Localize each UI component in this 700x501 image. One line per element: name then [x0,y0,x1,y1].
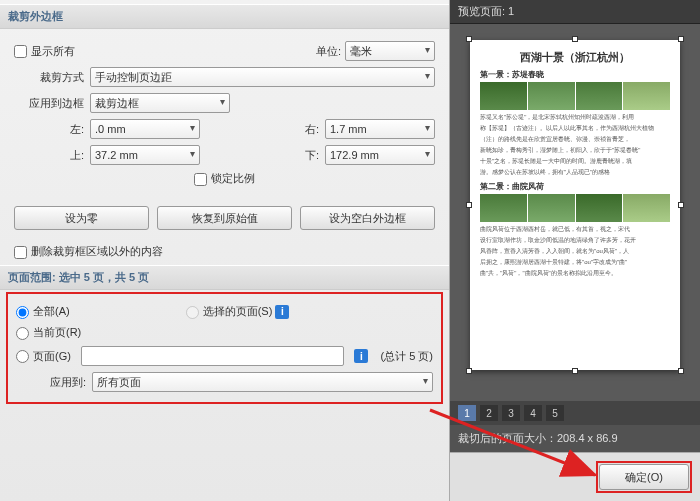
delete-outside-check[interactable]: 删除裁剪框区域以外的内容 [14,245,163,257]
preview-area: 西湖十景（浙江杭州） 第一景：苏堤春晓 苏堤又名"苏公堤"，是北宋苏轼杭州知州时… [450,24,700,401]
left-label: 左: [14,122,84,137]
radio-selected: 选择的页面(S) i [186,304,290,319]
bottom-label: 下: [279,148,319,163]
show-all-check[interactable]: 显示所有 [14,44,75,59]
show-all-label: 显示所有 [31,45,75,57]
lock-ratio-label: 锁定比例 [211,172,255,184]
apply-to-label: 应用到: [16,375,86,390]
crop-method-label: 裁剪方式 [14,70,84,85]
top-input[interactable] [90,145,200,165]
radio-current[interactable]: 当前页(R) [16,325,81,340]
info-icon: i [275,305,289,319]
page-range-highlight: 全部(A) 选择的页面(S) i 当前页(R) 页面(G) i (总计 5 页)… [6,292,443,404]
set-zero-button[interactable]: 设为零 [14,206,149,230]
radio-all[interactable]: 全部(A) [16,304,70,319]
right-input[interactable] [325,119,435,139]
lock-ratio-check[interactable]: 锁定比例 [194,171,255,186]
footer: 确定(O) [450,452,700,501]
ok-button[interactable]: 确定(O) [599,464,689,490]
top-label: 上: [14,148,84,163]
pages-input[interactable] [81,346,345,366]
doc-sec1: 第一景：苏堤春晓 [480,69,670,80]
delete-outside-label: 删除裁剪框区域以外的内容 [31,245,163,257]
preview-header: 预览页面: 1 [450,0,700,24]
crop-method-select[interactable]: 手动控制页边距 [90,67,435,87]
pages-total: (总计 5 页) [380,349,433,364]
bottom-input[interactable] [325,145,435,165]
unit-select[interactable]: 毫米 [345,41,435,61]
page-4[interactable]: 4 [524,405,542,421]
right-label: 右: [279,122,319,137]
doc-sec2: 第二景：曲院风荷 [480,181,670,192]
radio-pages[interactable]: 页面(G) [16,349,71,364]
info-icon-2: i [354,349,368,363]
page-2[interactable]: 2 [480,405,498,421]
page-range-header: 页面范围: 选中 5 页，共 5 页 [0,265,449,290]
doc-title: 西湖十景（浙江杭州） [480,50,670,65]
page-preview[interactable]: 西湖十景（浙江杭州） 第一景：苏堤春晓 苏堤又名"苏公堤"，是北宋苏轼杭州知州时… [470,40,680,370]
left-input[interactable] [90,119,200,139]
crop-frame-header: 裁剪外边框 [0,4,449,29]
apply-border-select[interactable]: 裁剪边框 [90,93,230,113]
apply-to-select[interactable]: 所有页面 [92,372,433,392]
page-5[interactable]: 5 [546,405,564,421]
unit-label: 单位: [301,44,341,59]
restore-button[interactable]: 恢复到原始值 [157,206,292,230]
apply-border-label: 应用到边框 [14,96,84,111]
page-1[interactable]: 1 [458,405,476,421]
cut-size-label: 裁切后的页面大小：208.4 x 86.9 [450,425,700,452]
pager: 1 2 3 4 5 [450,401,700,425]
set-blank-button[interactable]: 设为空白外边框 [300,206,435,230]
page-3[interactable]: 3 [502,405,520,421]
